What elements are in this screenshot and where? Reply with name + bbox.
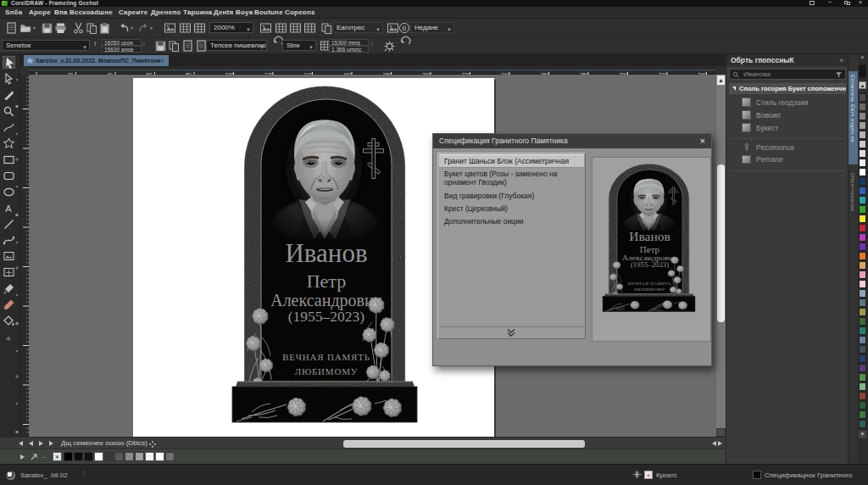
svg-text:B: B	[402, 25, 406, 32]
svg-text:ЛЮБИМОМУ: ЛЮБИМОМУ	[295, 366, 359, 376]
svg-text:ВЕЧНАЯ ПАМЯТЬ: ВЕЧНАЯ ПАМЯТЬ	[282, 352, 370, 362]
svg-text:Иванов: Иванов	[285, 238, 367, 268]
svg-text:Петр: Петр	[307, 270, 347, 292]
svg-text:(1955–2023): (1955–2023)	[288, 308, 365, 325]
